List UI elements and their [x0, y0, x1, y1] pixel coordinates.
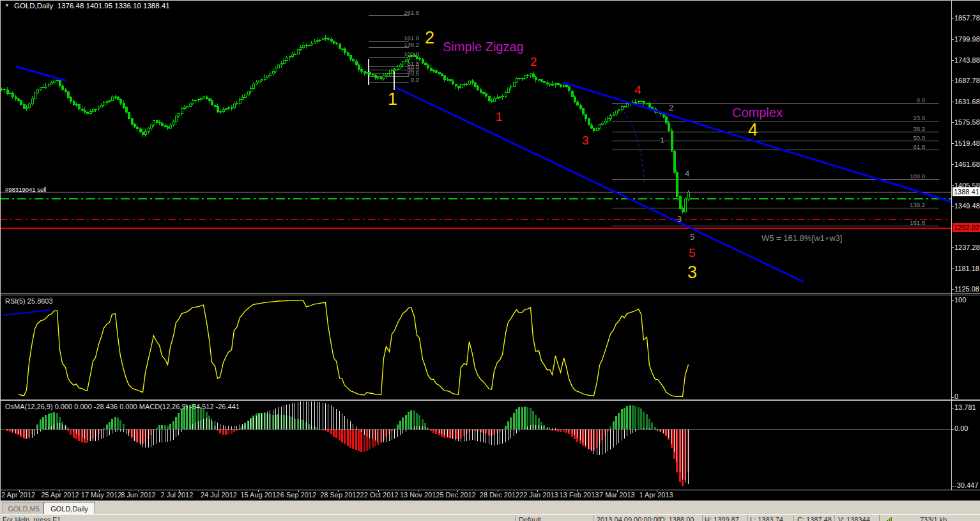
- status-separator: [747, 515, 748, 521]
- status-bar: For Help, press F1 Default2013.04.09 00:…: [0, 514, 980, 521]
- status-segment: L: 1383.74: [750, 516, 783, 521]
- trendlines[interactable]: [16, 66, 953, 282]
- mt4-window: 261.8161.8138.2100.061.850.038.223.60.00…: [0, 0, 980, 521]
- status-separator: [593, 515, 594, 521]
- chart-title: GOLD,Daily 1376.48 1401.95 1336.10 1388.…: [14, 3, 170, 10]
- status-segment: Default: [519, 516, 541, 521]
- window-frame-top: [0, 0, 980, 1]
- connection-bars-icon: [889, 518, 890, 521]
- tab-gold-m5[interactable]: GOLD,M5: [3, 502, 45, 515]
- window-frame-left: [0, 0, 1, 501]
- alert-price-box: 1292.02: [953, 223, 980, 232]
- status-separator: [793, 515, 794, 521]
- symbol-dropdown-icon[interactable]: ▼: [4, 3, 10, 8]
- status-separator: [879, 515, 880, 521]
- chart-tab-bar: GOLD,M5 GOLD,Daily: [0, 501, 980, 515]
- tab-gold-daily[interactable]: GOLD,Daily: [43, 502, 95, 515]
- chart-title-ohlc: 1376.48 1401.95 1336.10 1388.41: [53, 2, 169, 10]
- status-segment: C: 1387.48: [797, 516, 832, 521]
- connection-bars-icon: [891, 517, 892, 521]
- rsi-line-series[interactable]: [3, 300, 689, 396]
- status-separator: [515, 515, 516, 521]
- chart-canvas[interactable]: [0, 0, 980, 501]
- rsi-indicator-label: RSI(5) 25.8603: [5, 298, 53, 305]
- status-segment: H: 1399.87: [705, 516, 739, 521]
- status-segment: O: 1388.00: [659, 516, 694, 521]
- status-separator: [834, 515, 835, 521]
- fibonacci-retracements[interactable]: [369, 16, 939, 226]
- current-price-box: 1388.41: [953, 187, 980, 196]
- chart-title-symbol: GOLD,Daily: [14, 2, 53, 10]
- candlestick-series[interactable]: [1, 35, 689, 214]
- status-segment: 2013.04.09 00:00:00: [597, 516, 661, 521]
- status-segment: V: 138344: [838, 516, 870, 521]
- status-help-text: For Help, press F1: [3, 516, 61, 521]
- panel-dividers-and-axes[interactable]: [0, 0, 980, 492]
- sell-order-label[interactable]: #98319041 sell: [5, 187, 46, 193]
- status-segment: 733/1 kb: [920, 516, 947, 521]
- osma-indicator-label: OsMA(12,26,9) 0.000 0.000 -28.436 0.000 …: [5, 403, 240, 410]
- horizontal-price-lines[interactable]: [0, 192, 951, 229]
- status-separator: [702, 515, 703, 521]
